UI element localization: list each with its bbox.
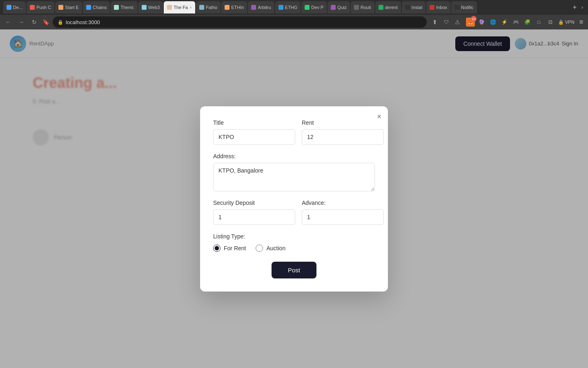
tab-favicon-instal (405, 5, 410, 10)
attention-icon: ⚠ (453, 17, 463, 27)
address-label: Address: (213, 153, 375, 159)
tab-close-thefa[interactable]: × (189, 5, 192, 10)
tab-arbitru[interactable]: Arbitru (248, 1, 274, 13)
rent-input[interactable] (302, 129, 384, 145)
browser-menu-button[interactable]: ≡ (578, 18, 585, 26)
auction-radio[interactable] (256, 245, 263, 252)
tab-label-thefa: The Fa (174, 5, 188, 10)
ext-icon-6[interactable]: 🧩 (523, 18, 532, 27)
tab-favicon-theme (114, 5, 119, 10)
tab-label-deren: derent (385, 5, 398, 10)
address-input[interactable] (213, 163, 375, 191)
tab-overflow-button[interactable]: › (580, 4, 585, 10)
tab-favicon-push (30, 5, 35, 10)
tab-favicon-quiz (331, 5, 336, 10)
rent-group: Rent (302, 119, 384, 145)
tab-label-start: Start E (65, 5, 79, 10)
tab-label-devp: Dev P (311, 5, 323, 10)
tab-label-routi: Routi (361, 5, 371, 10)
new-tab-button[interactable]: + (571, 4, 578, 11)
tab-label-arbitru: Arbitru (258, 5, 271, 10)
tab-quiz[interactable]: Quiz (327, 1, 350, 13)
tab-label-theme: Themi: (120, 5, 134, 10)
tab-favicon-dex (7, 5, 11, 10)
security-deposit-input[interactable] (213, 209, 295, 225)
tab-label-inbox: Inbox (436, 5, 447, 10)
advance-label: Advance: (302, 200, 384, 206)
advance-group: Advance: (302, 200, 384, 225)
ext-icon-2[interactable]: 🔮 (477, 18, 486, 27)
tab-notif[interactable]: Notific (451, 1, 477, 13)
tab-chain[interactable]: Chains (83, 1, 110, 13)
title-rent-row: Title Rent (213, 119, 375, 145)
ext-icon-3[interactable]: 🌐 (489, 18, 498, 27)
tab-dex[interactable]: De... (3, 1, 26, 13)
browser-tab-bar: De...Push CStart EChainsThemi:Web3The Fa… (0, 0, 588, 15)
tab-favicon-devp (305, 5, 310, 10)
tab-label-instal: Instal (412, 5, 422, 10)
for-rent-label: For Rent (224, 245, 246, 251)
tab-label-dex: De... (13, 5, 22, 10)
tab-start[interactable]: Start E (55, 1, 82, 13)
rent-label: Rent (302, 119, 384, 126)
forward-button[interactable]: → (16, 17, 26, 27)
post-button[interactable]: Post (272, 262, 316, 278)
tab-devp[interactable]: Dev P (301, 1, 327, 13)
back-button[interactable]: ← (3, 17, 13, 27)
reload-button[interactable]: ↻ (29, 17, 39, 27)
title-group: Title (213, 119, 295, 145)
title-input[interactable] (213, 129, 295, 145)
tab-fathor[interactable]: Fatho (196, 1, 220, 13)
tab-label-fathor: Fatho (206, 5, 217, 10)
address-group: Address: (213, 153, 375, 191)
tab-label-ethin: ETHIn (231, 5, 244, 10)
sidebar-toggle[interactable]: □ (535, 18, 543, 27)
tab-thefa[interactable]: The Fa× (164, 1, 195, 13)
tab-label-notif: Notific (461, 5, 474, 10)
page-content: 🏠 RentDApp Connect Wallet 0x1a2...b3c4 S… (0, 29, 588, 368)
title-label: Title (213, 119, 295, 126)
modal-dialog: × Title Rent Address: Secur (200, 106, 388, 292)
tab-web3[interactable]: Web3 (138, 1, 163, 13)
tab-favicon-ethin (225, 5, 229, 10)
shield-icon[interactable]: 🛡 (441, 17, 451, 27)
split-view-icon[interactable]: ⊡ (546, 18, 555, 27)
ext-icon-5[interactable]: 🎮 (512, 18, 521, 27)
metamask-icon[interactable]: 🦊 10 (466, 18, 475, 27)
tab-label-chain: Chains (93, 5, 107, 10)
tab-favicon-web3 (142, 5, 147, 10)
security-deposit-label: Security Deposit (213, 200, 295, 206)
modal-close-button[interactable]: × (377, 113, 381, 120)
tab-deren[interactable]: derent (375, 1, 401, 13)
tab-favicon-chain (86, 5, 91, 10)
tab-favicon-arbitru (251, 5, 256, 10)
tab-favicon-thefa (167, 5, 172, 10)
tab-ethin[interactable]: ETHIn (221, 1, 247, 13)
tab-label-push: Push C (36, 5, 51, 10)
tab-instal[interactable]: Instal (402, 1, 425, 13)
modal-overlay: × Title Rent Address: Secur (0, 29, 588, 368)
address-bar-row: ← → ↻ 🔖 🔒 localhost:3000 ⬆ 🛡 ⚠ 🦊 10 🔮 🌐 … (0, 15, 588, 29)
security-deposit-group: Security Deposit (213, 200, 295, 225)
for-rent-radio[interactable] (213, 245, 220, 252)
tab-list: De...Push CStart EChainsThemi:Web3The Fa… (3, 1, 570, 13)
bookmark-button[interactable]: 🔖 (42, 19, 49, 25)
address-bar[interactable]: 🔒 localhost:3000 (53, 16, 427, 28)
deposit-advance-row: Security Deposit Advance: (213, 200, 375, 225)
tab-favicon-routi (354, 5, 359, 10)
tab-routi[interactable]: Routi (351, 1, 374, 13)
tab-push[interactable]: Push C (27, 1, 54, 13)
for-rent-option[interactable]: For Rent (213, 245, 246, 252)
tab-theme[interactable]: Themi: (111, 1, 138, 13)
ext-icon-4[interactable]: ⚡ (500, 18, 509, 27)
advance-input[interactable] (302, 209, 384, 225)
auction-option[interactable]: Auction (256, 245, 285, 252)
listing-type-section: Listing Type: For Rent Auction (213, 233, 375, 252)
extensions-area: 🦊 10 🔮 🌐 ⚡ 🎮 🧩 □ ⊡ (466, 18, 555, 27)
listing-type-label: Listing Type: (213, 233, 375, 240)
share-button[interactable]: ⬆ (430, 17, 440, 27)
tab-favicon-fathor (199, 5, 204, 10)
tab-inbox[interactable]: Inbox (426, 1, 450, 13)
tab-ethg[interactable]: ETHG (275, 1, 301, 13)
tab-favicon-deren (379, 5, 383, 10)
